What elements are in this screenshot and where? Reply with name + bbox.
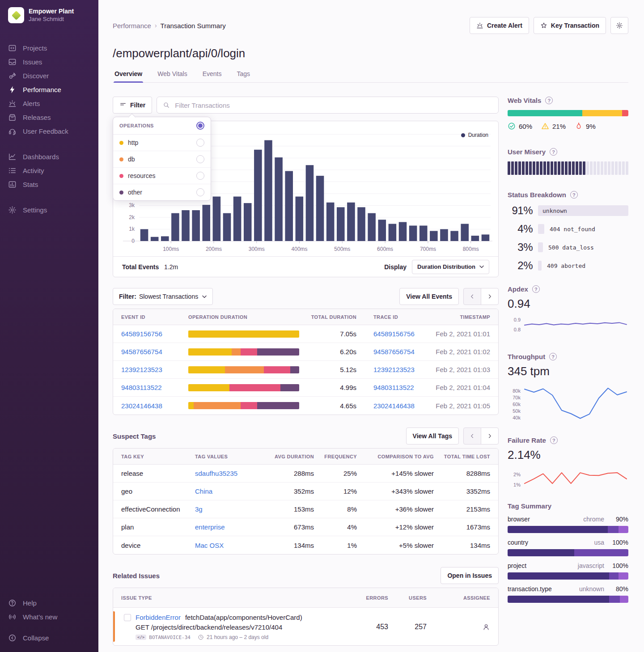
view-all-tags-button[interactable]: View All Tags [406, 428, 459, 445]
trace-id-link[interactable]: 12392123523 [373, 366, 415, 373]
page-title: /empowerplant/api/0/login [113, 47, 628, 60]
sidebar-item-label: Help [23, 599, 37, 607]
sidebar-item-discover[interactable]: Discover [0, 69, 98, 83]
svg-text:1%: 1% [513, 482, 521, 487]
operation-radio-db[interactable] [196, 155, 204, 163]
operation-radio-resources[interactable] [196, 172, 204, 180]
event-id-link[interactable]: 12392123523 [121, 366, 162, 373]
sidebar-item-performance[interactable]: Performance [0, 83, 98, 97]
breadcrumb-parent[interactable]: Performance [113, 22, 151, 30]
issue-type-link[interactable]: ForbiddenError [136, 614, 181, 621]
tab-web-vitals[interactable]: Web Vitals [157, 68, 188, 82]
trace-id-link[interactable]: 94803113522 [373, 384, 414, 391]
status-pct: 91% [508, 204, 533, 217]
operations-dropdown-header[interactable]: OPERATIONS [113, 117, 211, 135]
operation-option-label: db [128, 156, 135, 163]
tag-value-link[interactable]: China [195, 487, 212, 495]
tag-key: release [121, 470, 195, 477]
sidebar-item-issues[interactable]: Issues [0, 55, 98, 69]
event-id-link[interactable]: 23024146438 [121, 402, 162, 410]
help-circle-icon[interactable]: ? [570, 191, 578, 199]
tag-value-link[interactable]: enterprise [195, 523, 225, 531]
project-badge[interactable]: </> BOTANAVOICE-34 [136, 635, 191, 640]
event-id-link[interactable]: 94803113522 [121, 384, 162, 391]
search-input[interactable] [174, 101, 492, 110]
tab-tags[interactable]: Tags [236, 68, 251, 82]
sidebar-item-settings[interactable]: Settings [0, 203, 98, 217]
discover-icon [8, 72, 17, 80]
issue-location: fetchData(app/components/HoverCard) [185, 614, 302, 621]
sidebar-item-user-feedback[interactable]: User Feedback [0, 124, 98, 138]
sidebar-item-dashboards[interactable]: Dashboards [0, 150, 98, 164]
clock-icon [198, 634, 204, 640]
view-all-events-label: View All Events [406, 293, 452, 300]
sidebar-item-label: Projects [23, 44, 47, 52]
tag-value-link[interactable]: Mac OSX [195, 542, 224, 549]
tags-next-page-button[interactable] [481, 428, 499, 445]
filter-lines-icon [119, 102, 127, 109]
events-next-page-button[interactable] [481, 288, 499, 305]
sidebar-item-whats-new[interactable]: What’s new [0, 610, 98, 624]
tag-value-link[interactable]: sdaufhu35235 [195, 470, 237, 477]
operation-radio-http[interactable] [196, 139, 204, 147]
events-prev-page-button[interactable] [463, 288, 481, 305]
event-id-link[interactable]: 94587656754 [121, 348, 162, 356]
help-circle-icon[interactable]: ? [549, 353, 557, 360]
display-select[interactable]: Duration Distribution [412, 260, 489, 274]
key-transaction-label: Key Transaction [551, 22, 599, 29]
trace-id-link[interactable]: 64589156756 [373, 330, 415, 338]
issues-icon [8, 58, 17, 66]
operation-radio-other[interactable] [196, 188, 204, 196]
tab-overview[interactable]: Overview [114, 68, 143, 82]
tags-prev-page-button[interactable] [463, 428, 481, 445]
status-bar [538, 242, 543, 252]
operation-option-http[interactable]: http [113, 135, 211, 151]
sidebar-item-help[interactable]: Help [0, 596, 98, 610]
settings-gear-button[interactable] [610, 17, 628, 34]
tag-summary-key: country [508, 539, 594, 546]
operations-radio-all[interactable] [196, 122, 204, 130]
gear-icon [8, 206, 17, 214]
chart-legend[interactable]: Duration [461, 132, 488, 138]
event-id-link[interactable]: 64589156756 [121, 330, 162, 338]
apdex-section: Apdex ? 0.94 0.90.8 [508, 285, 628, 334]
suspect-tags-table: TAG KEY TAG VALUES AVG DURATION FREQUENC… [113, 448, 499, 555]
trace-id-link[interactable]: 94587656754 [373, 348, 415, 356]
tag-value-link[interactable]: 3g [195, 505, 203, 513]
timestamp: Feb 2, 2021 01:02 [427, 348, 490, 356]
sidebar-item-label: Settings [23, 206, 47, 214]
filter-button[interactable]: Filter [113, 97, 152, 114]
issue-checkbox[interactable] [124, 614, 131, 621]
tab-events[interactable]: Events [202, 68, 223, 82]
sidebar-item-alerts[interactable]: Alerts [0, 97, 98, 110]
sidebar-item-projects[interactable]: Projects [0, 41, 98, 55]
help-circle-icon[interactable]: ? [550, 436, 558, 444]
column-header: TOTAL DURATION [304, 314, 356, 320]
trace-id-link[interactable]: 23024146438 [373, 402, 415, 410]
operation-option-resources[interactable]: resources [113, 168, 211, 184]
operation-option-other[interactable]: other [113, 184, 211, 200]
svg-text:400ms: 400ms [291, 246, 307, 252]
org-switcher[interactable]: Empower Plant Jane Schmidt [0, 7, 98, 23]
timestamp: Feb 2, 2021 01:01 [427, 330, 490, 338]
status-row: 2% 409 aborted [508, 259, 628, 272]
create-alert-button[interactable]: Create Alert [470, 17, 529, 34]
open-in-issues-button[interactable]: Open in Issues [441, 567, 499, 584]
help-circle-icon[interactable]: ? [532, 285, 540, 293]
sidebar-item-activity[interactable]: Activity [0, 164, 98, 178]
assignee-button[interactable] [427, 623, 490, 631]
operation-option-db[interactable]: db [113, 151, 211, 168]
sidebar-collapse-button[interactable]: Collapse [0, 631, 98, 645]
comparison: +343% slower [357, 487, 434, 495]
help-circle-icon[interactable]: ? [550, 148, 557, 156]
key-transaction-button[interactable]: Key Transaction [534, 17, 606, 34]
svg-text:0.9: 0.9 [514, 317, 521, 322]
events-toolbar: Filter: Slowest Transactions View All Ev… [113, 288, 499, 305]
sidebar-item-stats[interactable]: Stats [0, 178, 98, 191]
breadcrumb-separator-icon: › [155, 22, 157, 29]
help-circle-icon[interactable]: ? [545, 97, 553, 104]
sidebar-item-releases[interactable]: Releases [0, 110, 98, 124]
view-all-events-button[interactable]: View All Events [399, 288, 459, 305]
events-filter-select[interactable]: Filter: Slowest Transactions [113, 288, 213, 305]
column-header: FREQUENCY [314, 454, 357, 459]
